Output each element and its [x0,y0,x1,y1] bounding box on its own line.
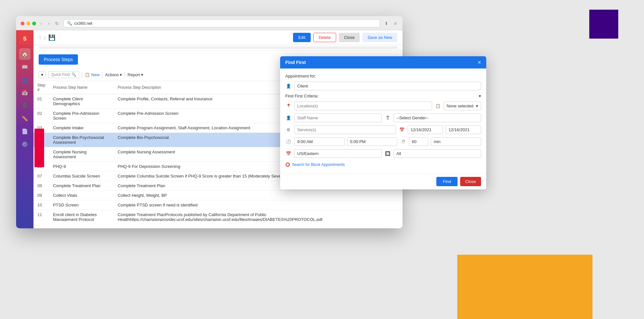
staff-name-input[interactable] [294,114,382,122]
table-row[interactable]: 09 Collect Vitals Collect Height, Weight… [33,191,402,200]
refresh-button[interactable]: ↻ [54,20,60,27]
block-appointments-label: Search for Block Appointments [292,162,345,167]
date-to-input[interactable] [446,125,481,134]
sidebar-item-user[interactable]: 👤 [19,74,31,86]
step-num-cell: 11 [33,210,49,222]
quick-find-container[interactable]: Quick Find 🔍 [48,71,79,78]
process-steps-button[interactable]: Process Steps [39,54,78,65]
step-desc-cell: Collect Height, Weight, BP [114,191,402,200]
criteria-label-text: Find First Criteria: [285,94,318,98]
edit-button[interactable]: Edit [293,33,310,42]
table-row[interactable]: 11 Enroll client in Diabetes Management … [33,210,402,222]
new-label: New [91,72,99,77]
close-traffic-light[interactable] [21,22,24,25]
up-icon: ↑ [39,34,42,41]
appointment-for-label: Appointment for: [285,74,481,78]
step-name-cell: Collect Vitals [49,191,114,200]
sidebar-item-gear[interactable]: ⚙️ [19,138,31,150]
step-name-cell: Complete Pre-Admission Screen [49,109,114,123]
time-from-input[interactable] [294,137,345,146]
menu-button[interactable]: ≡ [393,20,398,27]
staff-icon: 👤 [285,115,292,120]
client-select[interactable]: Client [294,82,481,90]
time-to-input[interactable] [347,137,397,146]
actions-dropdown[interactable]: Actions ▾ [105,72,122,77]
time-row: 🕐 ⏱ min [285,137,481,146]
sidebar-item-book[interactable]: 📖 [19,61,31,73]
sidebar-item-home[interactable]: 🏠 [19,48,31,60]
service-input[interactable] [294,125,396,134]
modal-close-button[interactable]: Close [460,177,481,186]
forward-button[interactable]: › [47,20,51,27]
new-button[interactable]: 📋 New [85,72,99,77]
toolbar-left: ↑ ↓ 💾 [39,34,55,41]
divider-1 [82,71,82,78]
back-button[interactable]: ‹ [39,20,43,27]
actions-arrow-icon: ▾ [120,72,122,77]
maximize-traffic-light[interactable] [32,22,36,25]
toolbar-right: Edit Delete Close Save as New [293,33,397,42]
duration-input[interactable] [409,137,428,146]
new-icon: 📋 [85,72,90,77]
scroll-area [33,45,402,50]
save-icon: 💾 [48,34,55,41]
table-row[interactable]: 10 PTSD Screen Complete PTSD screen if n… [33,200,402,210]
modal-footer: Find Close [280,173,486,189]
client-row: 👤 Client [285,82,481,90]
actions-label: Actions [105,72,119,77]
step-num-cell: 09 [33,191,49,200]
block-appointments-row[interactable]: ⭕ Search for Block Appointments [285,161,481,168]
main-toolbar: ↑ ↓ 💾 Edit Delete Close Save as New [33,30,402,45]
save-as-new-button[interactable]: Save as New [362,33,397,42]
step-num-cell: 07 [33,171,49,181]
report-dropdown[interactable]: Report ▾ [128,72,143,77]
delete-button[interactable]: Delete [313,33,336,42]
location-input[interactable] [294,102,432,110]
none-selected-button[interactable]: None selected ▾ [444,102,481,110]
none-selected-label: None selected [447,104,473,108]
step-name-cell: Enroll client in Diabetes Management Pro… [49,210,114,222]
block-radio-icon: ⭕ [285,162,290,167]
sidebar-item-document[interactable]: 📄 [19,125,31,137]
service-row: ⚙ 📅 [285,125,481,134]
client-icon: 👤 [285,84,292,88]
step-num-cell: 08 [33,181,49,191]
timezone-select[interactable]: US/Eastern [294,149,382,158]
share-button[interactable]: ⬆ [383,20,390,27]
all-select[interactable]: All [393,149,481,158]
modal-body: Appointment for: 👤 Client Find First Cri… [280,68,486,173]
none-selected-arrow: ▾ [476,104,478,108]
modal-close-x-button[interactable]: × [478,59,481,65]
gender-select[interactable]: --Select Gender-- [393,114,481,122]
duration-icon: ⏱ [400,139,406,144]
step-num-cell: 02 [33,109,49,123]
browser-chrome: ‹ › ↻ 🔍 cx360.net ⬆ ≡ [16,16,402,30]
find-button[interactable]: Find [436,177,457,186]
step-num-cell: 10 [33,200,49,210]
dropdown-arrow[interactable]: ▼ [39,71,46,78]
divider-3 [125,71,125,78]
close-button[interactable]: Close [339,33,360,42]
sidebar-item-edit[interactable]: ✏️ [19,113,31,124]
search-icon: 🔍 [71,72,76,77]
date-from-input[interactable] [408,125,443,134]
step-name-cell: Complete Treatment Plan [49,181,114,191]
gender-icon: ⚧ [384,115,391,120]
minimize-traffic-light[interactable] [26,22,30,25]
report-arrow-icon: ▾ [141,72,143,77]
app-sidebar: S 🏠 📖 👤 📅 💲 ✏️ 📄 ⚙️ [16,30,33,228]
timezone-row: 📅 US/Eastern 🔲 All [285,149,481,158]
timezone-icon: 📅 [285,151,292,156]
sidebar-item-dollar[interactable]: 💲 [19,100,31,111]
step-desc-cell: Complete PTSD screen if need is identifi… [114,200,402,210]
find-first-modal[interactable]: Find First × Appointment for: 👤 Client F… [280,56,486,189]
duration-unit-select[interactable]: min [431,137,481,146]
step-desc-cell: Complete Treatment PlanProtocols publish… [114,210,402,222]
scroll-track[interactable] [39,46,397,49]
modal-header: Find First × [280,56,486,68]
sidebar-item-calendar[interactable]: 📅 [19,87,31,98]
location-row: 📍 📋 None selected ▾ [285,102,481,110]
step-name-cell: Complete Nursing Assessment [49,147,114,162]
staff-row: 👤 ⚧ --Select Gender-- [285,114,481,122]
address-bar[interactable]: 🔍 cx360.net [63,19,380,27]
